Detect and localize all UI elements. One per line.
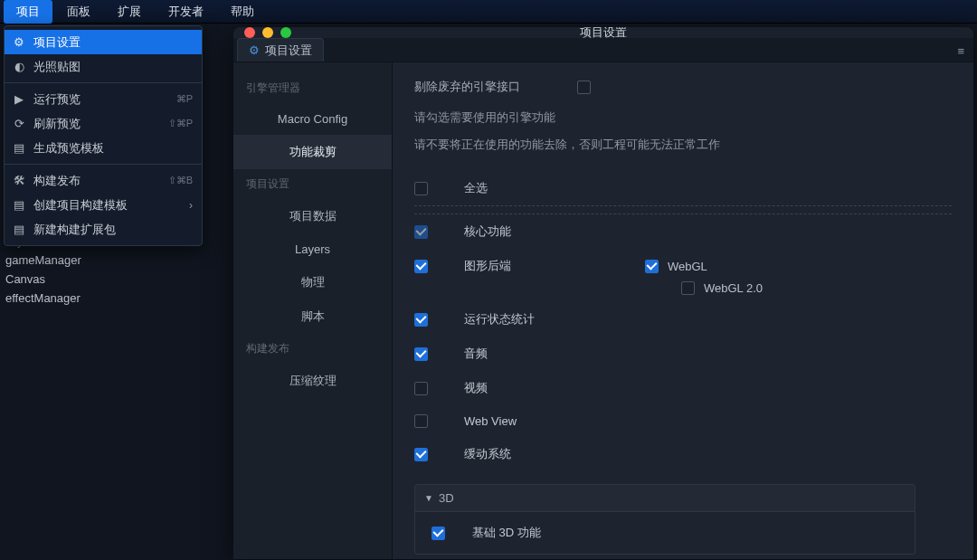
shortcut: ⇧⌘P	[168, 118, 193, 129]
hint-1: 请勾选需要使用的引擎功能	[414, 109, 952, 126]
node-canvas[interactable]: Canvas	[0, 270, 118, 289]
section-3d-title: 3D	[439, 491, 454, 505]
sidebar-item-project-data[interactable]: 项目数据	[233, 199, 392, 233]
cull-checkbox[interactable]	[577, 81, 591, 94]
reload-icon: ⟳	[12, 117, 26, 131]
menu-item-refresh-preview[interactable]: ⟳ 刷新预览 ⇧⌘P	[5, 111, 202, 136]
sidebar-item-physics[interactable]: 物理	[233, 265, 392, 299]
checkbox-webview[interactable]	[414, 414, 428, 428]
sidebar-item-feature-crop[interactable]: 功能裁剪	[233, 135, 392, 169]
chevron-down-icon: ▼	[424, 493, 433, 503]
tab-project-settings[interactable]: ⚙ 项目设置	[237, 38, 324, 62]
menu-item-new-build-ext[interactable]: ▤ 新建构建扩展包	[5, 217, 202, 242]
gear-icon: ⚙	[12, 35, 26, 50]
project-menu-dropdown: ⚙ 项目设置 ◐ 光照贴图 ▶ 运行预览 ⌘P ⟳ 刷新预览 ⇧⌘P ▤ 生成预…	[4, 25, 203, 246]
section-3d-header[interactable]: ▼ 3D	[415, 485, 915, 512]
traffic-lights	[244, 27, 291, 38]
sub-label: WebGL 2.0	[704, 281, 763, 295]
doc-icon: ▤	[12, 223, 26, 237]
sub-label: WebGL	[668, 260, 707, 273]
titlebar: 项目设置	[233, 27, 973, 38]
menu-item-project-settings[interactable]: ⚙ 项目设置	[5, 30, 202, 54]
feature-webview: Web View	[414, 405, 915, 437]
checkbox-base-3d[interactable]	[432, 527, 445, 540]
feature-label: Web View	[464, 414, 609, 428]
hint-2: 请不要将正在使用的功能去除，否则工程可能无法正常工作	[414, 137, 952, 153]
play-icon: ▶	[12, 92, 26, 107]
gear-icon: ⚙	[249, 43, 260, 57]
group-build: 构建发布	[233, 334, 392, 364]
modal-body: 引擎管理器 Macro Config 功能裁剪 项目设置 项目数据 Layers…	[233, 62, 973, 559]
row-cull-deprecated: 剔除废弃的引擎接口	[414, 79, 952, 95]
row-select-all: 全选	[414, 169, 952, 206]
tools-icon: 🛠	[12, 174, 26, 188]
menu-separator	[5, 82, 202, 83]
feature-label: 基础 3D 功能	[472, 525, 617, 541]
feature-list: 核心功能 图形后端 WebGL	[414, 214, 952, 555]
chevron-right-icon: ›	[189, 199, 193, 212]
feature-audio: 音频	[414, 337, 915, 371]
select-all-checkbox[interactable]	[414, 182, 428, 195]
checkbox-stats[interactable]	[414, 313, 428, 327]
checkbox-tween[interactable]	[414, 448, 428, 461]
group-project-settings: 项目设置	[233, 169, 392, 199]
menu-label: 刷新预览	[33, 116, 161, 132]
menu-label: 运行预览	[33, 91, 169, 108]
sidebar-item-macro-config[interactable]: Macro Config	[233, 103, 392, 135]
feature-label: 视频	[464, 380, 609, 396]
zoom-icon[interactable]	[280, 27, 291, 38]
select-all-label: 全选	[464, 180, 488, 196]
menu-panel[interactable]: 面板	[54, 0, 103, 24]
sidebar-item-compress-texture[interactable]: 压缩纹理	[233, 364, 392, 398]
menu-item-gen-preview-template[interactable]: ▤ 生成预览模板	[5, 136, 202, 160]
feature-tween: 缓动系统	[414, 437, 915, 471]
menu-label: 生成预览模板	[33, 140, 193, 157]
menu-item-run-preview[interactable]: ▶ 运行预览 ⌘P	[5, 87, 202, 111]
workspace: skyBox gameManager Canvas effectManager …	[0, 24, 977, 560]
feature-core: 核心功能	[414, 214, 915, 249]
menu-developer[interactable]: 开发者	[156, 0, 216, 24]
menu-extension[interactable]: 扩展	[105, 0, 154, 24]
shortcut: ⇧⌘B	[168, 175, 193, 186]
feature-video: 视频	[414, 371, 915, 405]
close-icon[interactable]	[244, 27, 255, 38]
cull-label: 剔除废弃的引擎接口	[414, 79, 550, 95]
menu-label: 光照贴图	[33, 59, 193, 75]
menu-separator	[5, 164, 202, 165]
shortcut: ⌘P	[176, 93, 193, 105]
menu-item-create-build-template[interactable]: ▤ 创建项目构建模板 ›	[5, 193, 202, 217]
project-settings-window: 项目设置 ⚙ 项目设置 ≡ 引擎管理器 Macro Config 功能裁剪 项目…	[233, 27, 973, 559]
sidebar-item-layers[interactable]: Layers	[233, 233, 392, 265]
menu-label: 项目设置	[33, 34, 193, 51]
menu-label: 新建构建扩展包	[33, 222, 193, 238]
doc-icon: ▤	[12, 198, 26, 213]
tab-label: 项目设置	[265, 43, 312, 59]
settings-panel: 剔除废弃的引擎接口 请勾选需要使用的引擎功能 请不要将正在使用的功能去除，否则工…	[393, 62, 973, 559]
menu-label: 构建发布	[33, 173, 161, 189]
node-effectmanager[interactable]: effectManager	[0, 289, 118, 308]
feature-base-3d: 基础 3D 功能	[432, 523, 898, 543]
menu-item-lightmap[interactable]: ◐ 光照贴图	[5, 54, 202, 79]
checkbox-audio[interactable]	[414, 347, 428, 361]
section-3d: ▼ 3D 基础 3D 功能	[414, 484, 915, 555]
sidebar-item-script[interactable]: 脚本	[233, 299, 392, 334]
hamburger-icon[interactable]: ≡	[952, 41, 970, 62]
menubar: 项目 面板 扩展 开发者 帮助	[0, 0, 977, 24]
menu-item-build[interactable]: 🛠 构建发布 ⇧⌘B	[5, 168, 202, 193]
menu-label: 创建项目构建模板	[33, 197, 182, 214]
checkbox-graphics[interactable]	[414, 260, 428, 273]
node-gamemanager[interactable]: gameManager	[0, 251, 118, 270]
settings-sidebar: 引擎管理器 Macro Config 功能裁剪 项目设置 项目数据 Layers…	[233, 62, 393, 559]
menu-help[interactable]: 帮助	[218, 0, 267, 24]
feature-label: 图形后端	[464, 258, 609, 274]
menu-project[interactable]: 项目	[4, 0, 52, 24]
feature-label: 缓动系统	[464, 446, 609, 462]
checkbox-core[interactable]	[414, 225, 428, 239]
checkbox-webgl2[interactable]	[681, 281, 695, 295]
feature-label: 运行状态统计	[464, 311, 609, 327]
checkbox-video[interactable]	[414, 382, 428, 395]
feature-graphics-backend: 图形后端 WebGL WebGL 2.0	[414, 249, 915, 295]
feature-label: 音频	[464, 346, 609, 362]
minimize-icon[interactable]	[262, 27, 273, 38]
checkbox-webgl[interactable]	[645, 260, 659, 273]
